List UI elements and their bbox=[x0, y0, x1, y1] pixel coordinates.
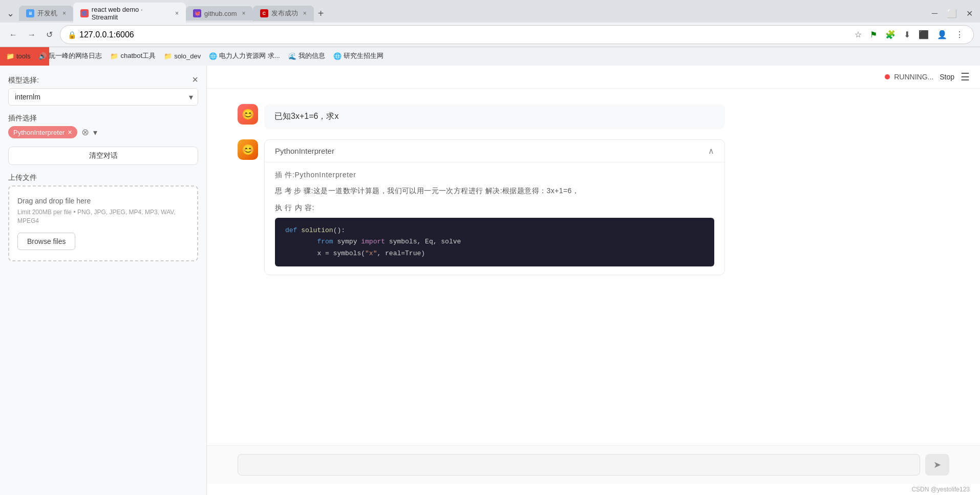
plugin-card-title: PythonInterpreter bbox=[275, 147, 334, 155]
more-btn[interactable]: ⋮ bbox=[953, 29, 966, 40]
plugin-clear-btn[interactable]: ⊗ bbox=[81, 127, 89, 138]
flag-btn[interactable]: ⚑ bbox=[867, 29, 880, 40]
running-indicator: RUNNING... bbox=[885, 73, 933, 81]
url-bar[interactable]: 🔒 127.0.0.1:6006 ☆ ⚑ 🧩 ⬇ ⬛ 👤 ⋮ bbox=[60, 25, 974, 44]
input-area: ➤ bbox=[207, 445, 980, 484]
upload-drag-label: Drag and drop file here bbox=[17, 197, 189, 205]
tab-label-github: github.com bbox=[204, 10, 237, 17]
bookmark-tools[interactable]: 📁 tools bbox=[6, 52, 30, 60]
back-btn[interactable]: ← bbox=[6, 28, 20, 42]
user-avatar-1: 😊 bbox=[238, 104, 258, 125]
bookmarks-bar: 📁 tools 🔊 阮一峰的网络日志 📁 chatbot工具 📁 solo_de… bbox=[0, 47, 980, 66]
tab-close-github[interactable]: × bbox=[242, 10, 246, 17]
clear-conversation-btn[interactable]: 清空对话 bbox=[8, 147, 198, 165]
code-plain-6: , real=True) bbox=[377, 250, 425, 257]
plugin-section: 插件选择 PythonInterpreter × ⊗ ▾ bbox=[8, 114, 198, 138]
bookmark-dianli-label: 电力人力资源网 求... bbox=[219, 51, 280, 60]
sidebar-toggle-btn[interactable]: ⬛ bbox=[916, 29, 931, 40]
bookmark-ruan[interactable]: 🔊 阮一峰的网络日志 bbox=[38, 51, 102, 60]
plugin-card: PythonInterpreter ∧ 插 件:PythonInterprete… bbox=[264, 139, 725, 275]
plugin-card-header: PythonInterpreter ∧ bbox=[265, 140, 725, 162]
tab-favicon-streamlit: 🌀 bbox=[80, 9, 89, 17]
hamburger-menu-icon[interactable]: ☰ bbox=[961, 71, 970, 83]
upload-section: 上传文件 Drag and drop file here Limit 200MB… bbox=[8, 173, 198, 261]
tab-label-streamlit: react web demo · Streamlit bbox=[92, 6, 170, 21]
bookmark-chatbot[interactable]: 📁 chatbot工具 bbox=[110, 51, 156, 60]
tab-close-kaifaji[interactable]: × bbox=[62, 10, 66, 17]
forward-btn[interactable]: → bbox=[25, 28, 39, 42]
bot-avatar-1: 😊 bbox=[238, 139, 258, 160]
tab-close-streamlit[interactable]: × bbox=[175, 10, 179, 17]
bookmark-myinfo[interactable]: 🌊 我的信息 bbox=[288, 51, 325, 60]
new-tab-button[interactable]: + bbox=[314, 8, 328, 19]
running-dot bbox=[885, 74, 890, 79]
plugin-chip-python: PythonInterpreter × bbox=[8, 126, 77, 138]
chat-input[interactable] bbox=[238, 454, 920, 476]
stop-btn[interactable]: Stop bbox=[940, 73, 954, 81]
code-line-2: from sympy import symbols, Eq, solve bbox=[285, 236, 704, 248]
tab-github[interactable]: 🐙 github.com × bbox=[186, 6, 253, 20]
code-plain-2 bbox=[285, 238, 317, 245]
tab-bar-controls: ⌄ bbox=[4, 7, 17, 20]
code-plain-3: sympy bbox=[337, 238, 361, 245]
bookmark-chatbot-label: chatbot工具 bbox=[120, 51, 156, 60]
user-bubble-1: 已知3x+1=6，求x bbox=[264, 104, 725, 129]
tab-bar: ⌄ 🖥 开发机 × 🌀 react web demo · Streamlit ×… bbox=[0, 0, 980, 23]
upload-section-label: 上传文件 bbox=[8, 173, 198, 182]
plugin-chip-remove-btn[interactable]: × bbox=[68, 128, 72, 136]
bookmark-solo-label: solo_dev bbox=[174, 52, 201, 60]
browser-frame: ⌄ 🖥 开发机 × 🌀 react web demo · Streamlit ×… bbox=[0, 0, 980, 495]
code-keyword-from: from bbox=[317, 238, 337, 245]
tab-csdn[interactable]: C 发布成功 × bbox=[253, 6, 314, 21]
bookmark-dianli[interactable]: 🌐 电力人力资源网 求... bbox=[209, 51, 280, 60]
browse-files-btn[interactable]: Browse files bbox=[17, 233, 75, 250]
url-actions: ☆ ⚑ 🧩 ⬇ ⬛ 👤 ⋮ bbox=[852, 29, 966, 40]
upload-drop-area[interactable]: Drag and drop file here Limit 200MB per … bbox=[8, 185, 198, 261]
bookmark-research-label: 研究生招生网 bbox=[344, 51, 384, 60]
sidebar-close-btn[interactable]: × bbox=[192, 74, 198, 86]
bookmark-tools-label: tools bbox=[16, 52, 30, 60]
maximize-btn[interactable]: ⬜ bbox=[944, 7, 960, 20]
chat-area: 😊 已知3x+1=6，求x 😊 PythonInterpreter ∧ bbox=[207, 89, 980, 445]
bookmark-star-btn[interactable]: ☆ bbox=[852, 29, 864, 40]
bookmark-tools-icon: 📁 bbox=[6, 52, 14, 60]
main-panel: RUNNING... Stop ☰ 😊 已知3x+1=6，求x 😊 bbox=[207, 66, 980, 495]
bookmark-solo[interactable]: 📁 solo_dev bbox=[164, 52, 201, 60]
code-line-3: x = symbols("x", real=True) bbox=[285, 248, 704, 259]
tab-kaifaji[interactable]: 🖥 开发机 × bbox=[19, 6, 73, 21]
model-section-label: 模型选择: bbox=[8, 76, 198, 85]
minimize-btn[interactable]: ─ bbox=[929, 7, 941, 20]
user-message-1: 😊 已知3x+1=6，求x bbox=[238, 104, 949, 129]
bot-content-1: PythonInterpreter ∧ 插 件:PythonInterprete… bbox=[264, 139, 725, 275]
code-fn-solution: solution bbox=[301, 226, 333, 234]
bookmark-myinfo-label: 我的信息 bbox=[299, 51, 325, 60]
extensions-btn[interactable]: 🧩 bbox=[883, 29, 898, 40]
code-line-1: def solution(): bbox=[285, 225, 704, 236]
url-text: 127.0.0.1:6006 bbox=[79, 30, 134, 39]
page-content: × 模型选择: internlm gpt-4 chatglm 插件选择 Pyt bbox=[0, 66, 980, 495]
download-btn[interactable]: ⬇ bbox=[901, 29, 913, 40]
footer-text: CSDN @yestolife123 bbox=[911, 486, 970, 493]
refresh-btn[interactable]: ↺ bbox=[43, 28, 56, 42]
tab-streamlit[interactable]: 🌀 react web demo · Streamlit × bbox=[73, 3, 186, 24]
tab-label-csdn: 发布成功 bbox=[271, 9, 298, 18]
bookmark-chatbot-icon: 📁 bbox=[110, 52, 118, 60]
tab-favicon-csdn: C bbox=[260, 9, 268, 17]
main-footer: CSDN @yestolife123 bbox=[207, 484, 980, 495]
close-window-btn[interactable]: ✕ bbox=[963, 7, 976, 20]
upload-limit-text: Limit 200MB per file • PNG, JPG, JPEG, M… bbox=[17, 208, 189, 225]
profile-btn[interactable]: 👤 bbox=[934, 29, 950, 40]
plugin-info-text: 插 件:PythonInterpreter bbox=[275, 171, 714, 180]
tab-dropdown-btn[interactable]: ⌄ bbox=[4, 7, 17, 20]
plugin-card-body: 插 件:PythonInterpreter 思 考 步 骤:这是一道数学计算题，… bbox=[265, 162, 725, 275]
bot-message-1: 😊 PythonInterpreter ∧ 插 件:PythonInterpre… bbox=[238, 139, 949, 275]
bookmark-myinfo-icon: 🌊 bbox=[288, 52, 296, 60]
code-keyword-def: def bbox=[285, 226, 301, 234]
send-button[interactable]: ➤ bbox=[925, 454, 949, 476]
plugin-card-toggle-btn[interactable]: ∧ bbox=[708, 146, 714, 156]
plugin-dropdown-btn[interactable]: ▾ bbox=[93, 128, 97, 137]
send-icon: ➤ bbox=[933, 460, 941, 470]
model-select[interactable]: internlm gpt-4 chatglm bbox=[8, 88, 198, 106]
tab-close-csdn[interactable]: × bbox=[303, 10, 307, 17]
bookmark-research[interactable]: 🌐 研究生招生网 bbox=[333, 51, 384, 60]
